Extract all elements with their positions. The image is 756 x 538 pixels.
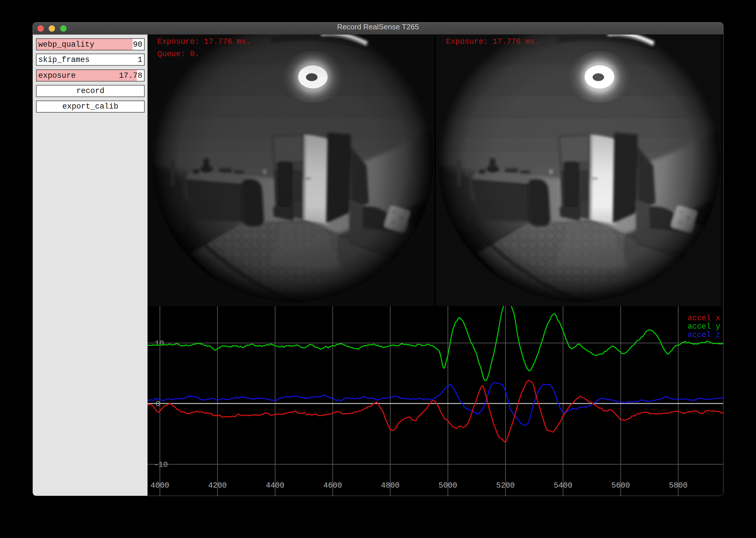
svg-text:10: 10 xyxy=(155,339,164,348)
svg-text:5200: 5200 xyxy=(496,481,515,490)
svg-text:4000: 4000 xyxy=(151,481,169,490)
svg-text:4400: 4400 xyxy=(265,481,284,490)
svg-text:accel z: accel z xyxy=(688,331,720,339)
svg-text:accel x: accel x xyxy=(688,314,720,323)
svg-text:4600: 4600 xyxy=(323,481,342,490)
svg-text:-10: -10 xyxy=(154,460,168,469)
svg-text:0: 0 xyxy=(155,400,160,408)
svg-text:5800: 5800 xyxy=(669,481,688,490)
svg-text:5400: 5400 xyxy=(554,481,572,490)
svg-text:accel y: accel y xyxy=(688,322,720,331)
svg-text:5600: 5600 xyxy=(611,481,630,490)
svg-text:5000: 5000 xyxy=(438,481,457,490)
svg-text:4200: 4200 xyxy=(208,481,227,490)
svg-text:4800: 4800 xyxy=(381,481,400,490)
